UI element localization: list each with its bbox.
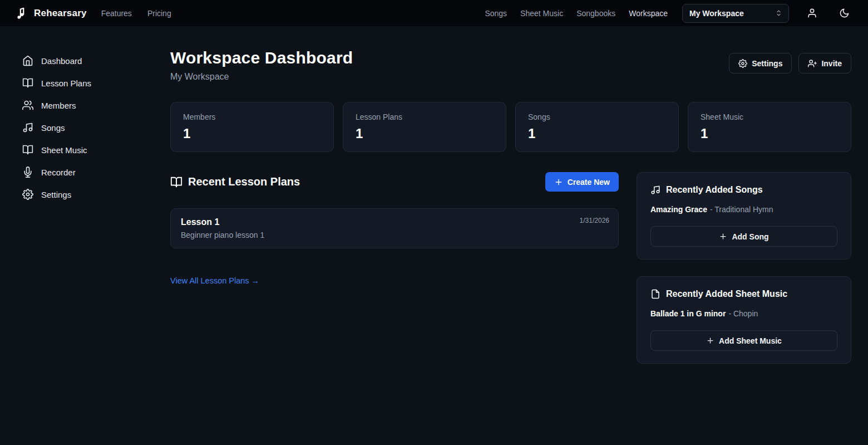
- recent-lessons-header: Recent Lesson Plans Create New: [170, 172, 619, 192]
- stat-value: 1: [528, 126, 666, 141]
- sheet-music-title: Ballade 1 in G minor: [650, 309, 726, 318]
- sidebar-item-label: Dashboard: [41, 56, 82, 66]
- nav-link-workspace[interactable]: Workspace: [629, 9, 668, 18]
- sidebar-item-recorder[interactable]: Recorder: [22, 161, 150, 183]
- stat-card-songs: Songs 1: [515, 102, 679, 152]
- add-sheet-music-button-label: Add Sheet Music: [719, 336, 782, 345]
- sidebar-item-label: Sheet Music: [41, 145, 87, 155]
- lesson-date: 1/31/2026: [580, 217, 609, 224]
- nav-link-features[interactable]: Features: [101, 9, 132, 18]
- nav-right: Songs Sheet Music Songbooks Workspace My…: [485, 4, 854, 23]
- page-layout: Dashboard Lesson Plans Members Songs She…: [0, 26, 868, 445]
- sidebar-item-songs[interactable]: Songs: [22, 116, 150, 139]
- song-artist: - Traditional Hymn: [710, 205, 773, 214]
- add-sheet-music-button[interactable]: Add Sheet Music: [650, 330, 837, 351]
- sheet-music-composer: - Chopin: [728, 309, 758, 318]
- workspace-select-value: My Workspace: [689, 9, 744, 18]
- nav-link-sheet-music[interactable]: Sheet Music: [520, 9, 563, 18]
- stat-value: 1: [701, 126, 839, 141]
- stat-card-members: Members 1: [170, 102, 334, 152]
- sidebar-item-label: Recorder: [41, 168, 76, 177]
- main-content: Workspace Dashboard My Workspace Setting…: [150, 26, 868, 445]
- page-title: Workspace Dashboard: [170, 48, 353, 67]
- workspace-settings-button[interactable]: Settings: [729, 53, 792, 74]
- nav-link-songbooks[interactable]: Songbooks: [576, 9, 615, 18]
- sidebar-item-sheet-music[interactable]: Sheet Music: [22, 139, 150, 161]
- plus-icon: [554, 178, 563, 187]
- page-header-titles: Workspace Dashboard My Workspace: [170, 48, 353, 82]
- sidebar-item-members[interactable]: Members: [22, 94, 150, 116]
- song-list-item: Amazing Grace - Traditional Hymn: [650, 205, 837, 214]
- stat-label: Members: [183, 113, 321, 121]
- page-header: Workspace Dashboard My Workspace Setting…: [170, 48, 851, 82]
- lesson-description: Beginner piano lesson 1: [181, 231, 608, 239]
- nav-link-songs[interactable]: Songs: [485, 9, 507, 18]
- brand-logo-icon: [14, 6, 29, 21]
- recently-added-songs-card: Recently Added Songs Amazing Grace - Tra…: [637, 172, 851, 260]
- book-open-icon: [22, 144, 33, 155]
- user-icon: [807, 8, 817, 18]
- invite-button[interactable]: Invite: [798, 53, 851, 74]
- music-icon: [650, 185, 660, 195]
- header-actions: Settings Invite: [729, 53, 851, 74]
- sidebar-item-label: Settings: [41, 190, 71, 199]
- chevrons-up-down-icon: [775, 9, 783, 17]
- create-new-button-label: Create New: [568, 178, 610, 187]
- stat-label: Lesson Plans: [356, 113, 494, 121]
- lesson-plan-card[interactable]: Lesson 1 Beginner piano lesson 1 1/31/20…: [170, 208, 619, 248]
- stat-card-lesson-plans: Lesson Plans 1: [343, 102, 506, 152]
- stat-value: 1: [356, 126, 494, 141]
- create-new-button[interactable]: Create New: [545, 172, 619, 192]
- workspace-select[interactable]: My Workspace: [682, 4, 789, 23]
- sidebar-item-label: Songs: [41, 123, 65, 133]
- primary-nav-links: Features Pricing: [101, 9, 171, 18]
- recently-added-songs-title-text: Recently Added Songs: [666, 185, 763, 195]
- sidebar-item-label: Members: [41, 101, 76, 110]
- top-navbar: Rehearsary Features Pricing Songs Sheet …: [0, 0, 868, 26]
- microphone-icon: [22, 167, 33, 178]
- brand-name: Rehearsary: [34, 8, 87, 19]
- stat-value: 1: [183, 126, 321, 141]
- recently-added-sheet-music-title-text: Recently Added Sheet Music: [666, 289, 787, 299]
- sidebar-item-label: Lesson Plans: [41, 79, 91, 88]
- sheet-music-list-item: Ballade 1 in G minor - Chopin: [650, 309, 837, 318]
- stat-card-sheet-music: Sheet Music 1: [688, 102, 851, 152]
- recently-added-sheet-music-card: Recently Added Sheet Music Ballade 1 in …: [637, 276, 851, 364]
- settings-button-label: Settings: [752, 59, 782, 68]
- view-all-lesson-plans-link[interactable]: View All Lesson Plans →: [170, 276, 259, 285]
- recent-lessons-title: Recent Lesson Plans: [170, 175, 300, 188]
- theme-toggle-button[interactable]: [835, 4, 854, 23]
- add-song-button[interactable]: Add Song: [650, 226, 837, 247]
- recent-lessons-title-text: Recent Lesson Plans: [188, 175, 300, 188]
- gear-icon: [22, 189, 33, 200]
- sidebar-item-dashboard[interactable]: Dashboard: [22, 50, 150, 72]
- song-title: Amazing Grace: [650, 205, 707, 214]
- account-button[interactable]: [802, 4, 821, 23]
- content-columns: Recent Lesson Plans Create New Lesson 1 …: [170, 172, 851, 364]
- sidebar: Dashboard Lesson Plans Members Songs She…: [0, 26, 150, 445]
- recent-lesson-plans-section: Recent Lesson Plans Create New Lesson 1 …: [170, 172, 619, 364]
- sidebar-item-lesson-plans[interactable]: Lesson Plans: [22, 72, 150, 94]
- plus-icon: [706, 336, 714, 345]
- stat-label: Sheet Music: [701, 113, 839, 121]
- stat-label: Songs: [528, 113, 666, 121]
- gear-icon: [738, 59, 747, 68]
- book-open-icon: [170, 176, 183, 188]
- moon-icon: [839, 8, 850, 18]
- home-icon: [22, 55, 33, 66]
- add-song-button-label: Add Song: [732, 232, 768, 241]
- stats-row: Members 1 Lesson Plans 1 Songs 1 Sheet M…: [170, 102, 851, 152]
- invite-button-label: Invite: [821, 59, 842, 68]
- users-icon: [22, 100, 33, 111]
- file-text-icon: [650, 289, 660, 299]
- user-plus-icon: [808, 59, 817, 68]
- page-subtitle: My Workspace: [170, 72, 353, 82]
- right-column: Recently Added Songs Amazing Grace - Tra…: [637, 172, 851, 364]
- recently-added-sheet-music-title: Recently Added Sheet Music: [650, 289, 837, 299]
- nav-link-pricing[interactable]: Pricing: [147, 9, 171, 18]
- recently-added-songs-title: Recently Added Songs: [650, 185, 837, 195]
- sidebar-item-settings[interactable]: Settings: [22, 183, 150, 206]
- plus-icon: [719, 232, 727, 241]
- brand[interactable]: Rehearsary: [14, 6, 87, 21]
- book-open-icon: [22, 77, 33, 89]
